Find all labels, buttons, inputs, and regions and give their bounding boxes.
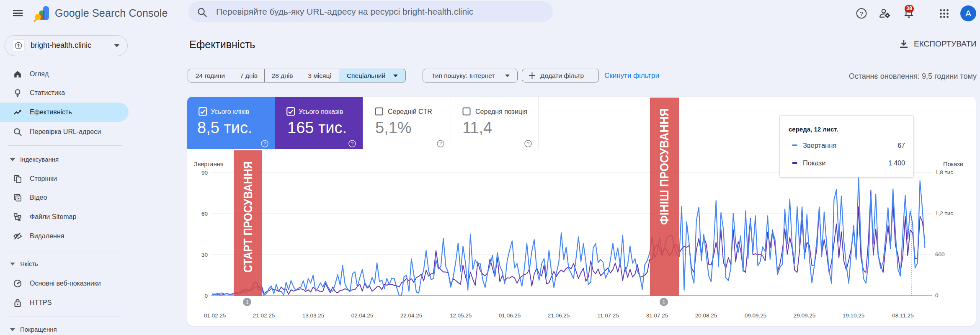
- svg-text:600: 600: [935, 251, 945, 258]
- svg-text:01.02.25: 01.02.25: [204, 312, 226, 319]
- svg-text:60: 60: [201, 211, 208, 217]
- svg-text:21.02.25: 21.02.25: [253, 312, 275, 319]
- svg-text:20.08.25: 20.08.25: [695, 312, 717, 319]
- svg-text:19.10.25: 19.10.25: [843, 312, 865, 319]
- svg-text:13.03.25: 13.03.25: [302, 312, 325, 319]
- svg-text:1,2 тис.: 1,2 тис.: [935, 210, 955, 216]
- svg-text:11.07.25: 11.07.25: [597, 312, 619, 319]
- svg-text:01.06.25: 01.06.25: [499, 312, 521, 319]
- svg-text:Покази: Покази: [943, 161, 963, 168]
- svg-text:?: ?: [439, 141, 442, 146]
- svg-text:30: 30: [201, 252, 208, 258]
- svg-text:09.09.25: 09.09.25: [745, 312, 767, 319]
- svg-text:02.04.25: 02.04.25: [351, 312, 374, 319]
- svg-text:90: 90: [201, 170, 208, 176]
- svg-text:Звертання: Звертання: [194, 161, 224, 168]
- svg-text:0: 0: [204, 293, 208, 299]
- svg-text:08.11.25: 08.11.25: [892, 312, 914, 319]
- svg-text:ФІНІШ ПРОСУВАННЯ: ФІНІШ ПРОСУВАННЯ: [658, 108, 671, 225]
- svg-text:31.07.25: 31.07.25: [646, 312, 668, 319]
- svg-text:1: 1: [245, 299, 248, 305]
- svg-text:12.05.25: 12.05.25: [450, 312, 472, 319]
- svg-text:1: 1: [662, 299, 665, 305]
- svg-text:21.06.25: 21.06.25: [548, 312, 570, 319]
- svg-text:1,8 тис.: 1,8 тис.: [935, 169, 955, 175]
- svg-text:?: ?: [263, 141, 266, 146]
- svg-text:22.04.25: 22.04.25: [400, 312, 423, 319]
- svg-text:0: 0: [935, 292, 939, 299]
- svg-text:?: ?: [351, 141, 353, 146]
- svg-text:?: ?: [860, 10, 863, 17]
- svg-text:29.09.25: 29.09.25: [794, 312, 816, 319]
- svg-text:СТАРТ ПРОСУВАННЯ: СТАРТ ПРОСУВАННЯ: [241, 161, 255, 273]
- svg-text:?: ?: [527, 141, 529, 146]
